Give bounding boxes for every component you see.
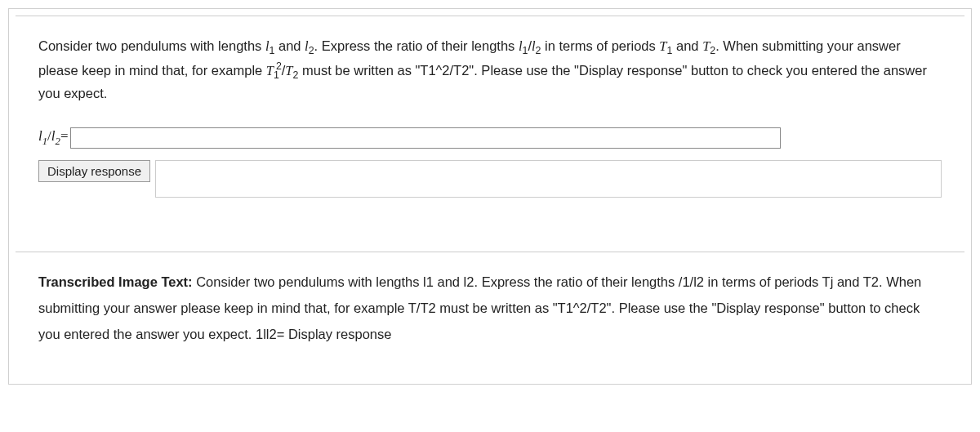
transcribed-text: Transcribed Image Text: Consider two pen… xyxy=(38,269,942,348)
question-container: Consider two pendulums with lengths l1 a… xyxy=(8,8,972,385)
answer-input-label: l1/l2= xyxy=(38,128,69,147)
answer-input-row: l1/l2= xyxy=(38,127,942,149)
question-text: Consider two pendulums with lengths l1 a… xyxy=(38,36,942,105)
answer-input[interactable] xyxy=(70,127,781,149)
button-row: Display response xyxy=(38,160,942,198)
response-display-area xyxy=(155,160,942,198)
transcribed-section: Transcribed Image Text: Consider two pen… xyxy=(16,252,964,377)
display-response-button[interactable]: Display response xyxy=(38,160,150,182)
question-section: Consider two pendulums with lengths l1 a… xyxy=(16,16,964,220)
transcribed-label: Transcribed Image Text: xyxy=(38,274,193,289)
